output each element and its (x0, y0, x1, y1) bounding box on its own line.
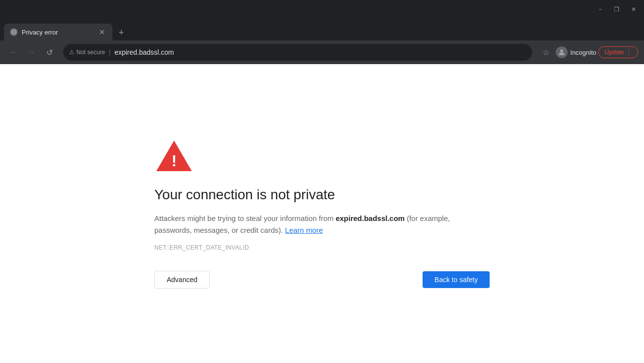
not-secure-label: Not secure (76, 49, 105, 56)
error-domain: expired.badssl.com (336, 214, 405, 222)
warning-icon: ⚠ (69, 49, 74, 56)
learn-more-link[interactable]: Learn more (285, 226, 323, 234)
advanced-button[interactable]: Advanced (154, 271, 210, 289)
error-description: Attackers might be trying to steal your … (154, 213, 470, 236)
window-controls: − ❐ ✕ (597, 5, 638, 14)
title-bar: − ❐ ✕ (0, 0, 644, 20)
address-url: expired.badssl.com (114, 48, 174, 56)
tab-title: Privacy error (22, 29, 94, 36)
description-pre: Attackers might be trying to steal your … (154, 214, 336, 222)
warning-triangle-icon: ! (154, 139, 194, 173)
reload-button[interactable]: ↺ (41, 44, 57, 60)
toolbar: ← → ↺ ⚠ Not secure expired.badssl.com ☆ … (0, 40, 644, 64)
incognito-icon (556, 46, 568, 58)
browser-content: ! Your connection is not private Attacke… (0, 64, 644, 363)
update-label: Update (605, 49, 624, 56)
tab-bar: Privacy error ✕ + (0, 20, 644, 40)
forward-button[interactable]: → (24, 44, 39, 60)
update-menu-icon: ⋮ (626, 49, 632, 56)
svg-point-2 (560, 49, 563, 52)
not-secure-badge: ⚠ Not secure (69, 49, 110, 56)
forward-icon: → (28, 48, 36, 57)
close-window-button[interactable]: ✕ (629, 5, 638, 14)
tab-favicon (10, 28, 18, 36)
back-icon: ← (10, 48, 18, 57)
error-code: NET::ERR_CERT_DATE_INVALID (154, 244, 249, 251)
update-button[interactable]: Update ⋮ (598, 46, 638, 58)
toolbar-right: ☆ Incognito Update ⋮ (538, 44, 638, 60)
address-bar[interactable]: ⚠ Not secure expired.badssl.com (63, 44, 532, 61)
error-container: ! Your connection is not private Attacke… (154, 129, 490, 298)
back-button[interactable]: ← (6, 44, 22, 60)
active-tab[interactable]: Privacy error ✕ (4, 24, 112, 40)
reload-icon: ↺ (46, 48, 53, 57)
button-row: Advanced Back to safety (154, 271, 490, 289)
incognito-label: Incognito (571, 49, 597, 56)
bookmark-button[interactable]: ☆ (538, 44, 554, 60)
incognito-button[interactable]: Incognito (556, 46, 597, 58)
minimize-button[interactable]: − (597, 5, 604, 14)
restore-button[interactable]: ❐ (612, 5, 621, 14)
back-to-safety-button[interactable]: Back to safety (423, 271, 490, 288)
tab-close-button[interactable]: ✕ (98, 28, 107, 36)
warning-icon-wrapper: ! (154, 139, 194, 175)
star-icon: ☆ (542, 48, 549, 57)
error-title: Your connection is not private (154, 187, 335, 203)
svg-text:!: ! (172, 152, 177, 170)
new-tab-button[interactable]: + (114, 26, 128, 39)
